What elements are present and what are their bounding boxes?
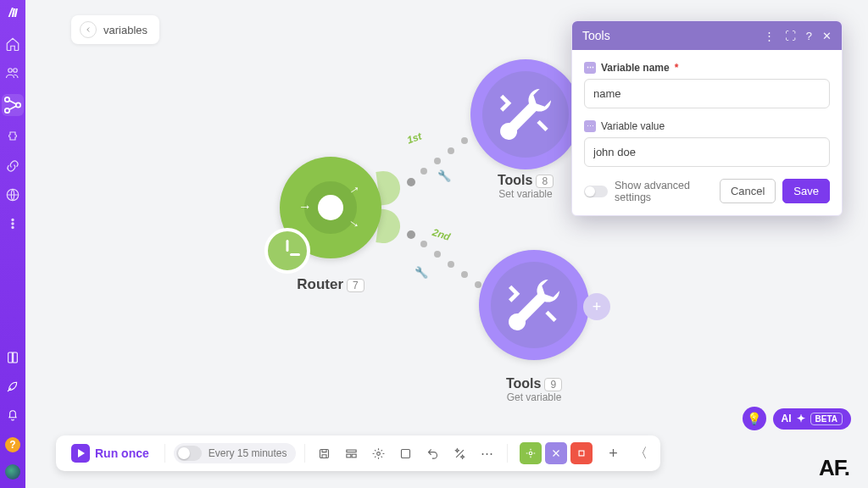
nav-docs-icon[interactable] xyxy=(6,351,19,368)
panel-expand-icon[interactable]: ⛶ xyxy=(785,30,796,42)
panel-close-icon[interactable]: ✕ xyxy=(822,30,832,42)
toggle-icon xyxy=(176,446,202,461)
advanced-label: Show advanced settings xyxy=(615,180,713,203)
watermark: AF. xyxy=(819,455,849,481)
play-icon xyxy=(71,444,90,463)
undo-icon[interactable] xyxy=(422,442,444,464)
cancel-button[interactable]: Cancel xyxy=(720,179,776,203)
nav-teams-icon[interactable] xyxy=(5,65,20,80)
connector-dot xyxy=(407,230,415,239)
connector-dot xyxy=(434,251,441,258)
tools-node-1[interactable] xyxy=(470,59,581,169)
connector-label-2: 2nd xyxy=(431,226,452,243)
connector-dot xyxy=(461,137,468,144)
schedule-toggle[interactable]: Every 15 minutes xyxy=(174,443,296,463)
svg-rect-10 xyxy=(347,450,356,452)
magic-icon[interactable] xyxy=(449,442,471,464)
nav-scenarios-icon[interactable] xyxy=(2,94,24,116)
left-sidebar: /II ? xyxy=(0,0,25,488)
tools-node-2[interactable] xyxy=(479,250,589,360)
panel-help-icon[interactable]: ? xyxy=(806,30,812,42)
chip-red[interactable] xyxy=(570,442,593,464)
connector-dot xyxy=(448,147,454,154)
clock-icon[interactable] xyxy=(264,228,310,274)
svg-rect-12 xyxy=(352,454,356,458)
nav-globe-icon[interactable] xyxy=(5,187,20,202)
svg-point-1 xyxy=(14,69,18,73)
svg-point-13 xyxy=(377,452,381,455)
svg-point-15 xyxy=(529,452,532,455)
svg-rect-16 xyxy=(579,451,584,456)
nav-avatar[interactable] xyxy=(5,464,20,480)
hint-bulb-icon[interactable]: 💡 xyxy=(743,407,766,430)
field-chip-icon: ⋯ xyxy=(584,120,596,132)
chip-green[interactable] xyxy=(520,442,542,464)
connector-dot xyxy=(407,178,415,186)
more-tools-icon[interactable]: ⋯ xyxy=(476,442,498,464)
add-module-icon[interactable]: + xyxy=(603,442,625,464)
save-scenario-icon[interactable] xyxy=(314,442,336,464)
chip-purple[interactable] xyxy=(545,442,567,464)
tools-node-1-label: Tools8 Set variable xyxy=(470,173,581,200)
panel-header[interactable]: Tools ⋮ ⛶ ? ✕ xyxy=(572,21,842,50)
bottom-toolbar: Run once Every 15 minutes ⋯ + 〈 xyxy=(56,435,660,471)
svg-rect-9 xyxy=(320,449,329,458)
router-node-label: Router7 xyxy=(280,276,381,293)
nav-more-icon[interactable] xyxy=(5,216,20,231)
connector-dot xyxy=(475,281,481,288)
connector-dot xyxy=(420,241,427,247)
svg-rect-14 xyxy=(402,449,410,458)
var-value-label: ⋯ Variable value xyxy=(584,120,830,132)
status-chips xyxy=(520,442,593,464)
svg-point-0 xyxy=(8,69,13,73)
collapse-icon[interactable]: 〈 xyxy=(630,442,652,464)
var-name-label: ⋯ Variable name* xyxy=(584,62,830,74)
connector-dot xyxy=(448,261,454,268)
save-button[interactable]: Save xyxy=(782,179,830,203)
var-name-input[interactable] xyxy=(584,79,830,108)
app-logo: /II xyxy=(8,5,17,19)
svg-point-6 xyxy=(12,219,14,220)
field-chip-icon: ⋯ xyxy=(584,62,596,74)
tools-node-2-label: Tools9 Get variable xyxy=(479,376,589,403)
advanced-toggle[interactable] xyxy=(584,186,608,197)
floating-actions: 💡 AI✦BETA xyxy=(743,407,851,430)
nav-link-icon[interactable] xyxy=(5,158,20,174)
add-node-button[interactable]: + xyxy=(583,293,610,320)
panel-title: Tools xyxy=(582,29,610,42)
connector-dot xyxy=(420,168,427,175)
svg-point-8 xyxy=(12,226,14,228)
ai-assistant-button[interactable]: AI✦BETA xyxy=(773,408,851,430)
nav-rocket-icon[interactable] xyxy=(6,380,19,396)
tools-panel: Tools ⋮ ⛶ ? ✕ ⋯ Variable name* ⋯ Variabl… xyxy=(571,20,843,216)
wrench-icon[interactable]: 🔧 xyxy=(415,266,428,279)
svg-rect-11 xyxy=(347,454,351,458)
notes-icon[interactable] xyxy=(395,442,417,464)
nav-help-icon[interactable]: ? xyxy=(5,437,20,452)
wrench-icon[interactable]: 🔧 xyxy=(437,169,451,182)
var-value-input[interactable] xyxy=(584,137,830,167)
settings-gear-icon[interactable] xyxy=(368,442,390,464)
router-node[interactable]: → → → xyxy=(280,157,381,258)
panel-menu-icon[interactable]: ⋮ xyxy=(764,30,775,42)
svg-point-7 xyxy=(12,223,14,225)
nav-puzzle-icon[interactable] xyxy=(5,130,20,145)
connector-dot xyxy=(434,158,441,164)
connector-label-1: 1st xyxy=(405,130,423,146)
connector-dot xyxy=(461,271,468,278)
run-once-button[interactable]: Run once xyxy=(64,441,156,466)
layout-icon[interactable] xyxy=(341,442,363,464)
nav-home-icon[interactable] xyxy=(5,36,20,52)
nav-bell-icon[interactable] xyxy=(6,408,19,425)
